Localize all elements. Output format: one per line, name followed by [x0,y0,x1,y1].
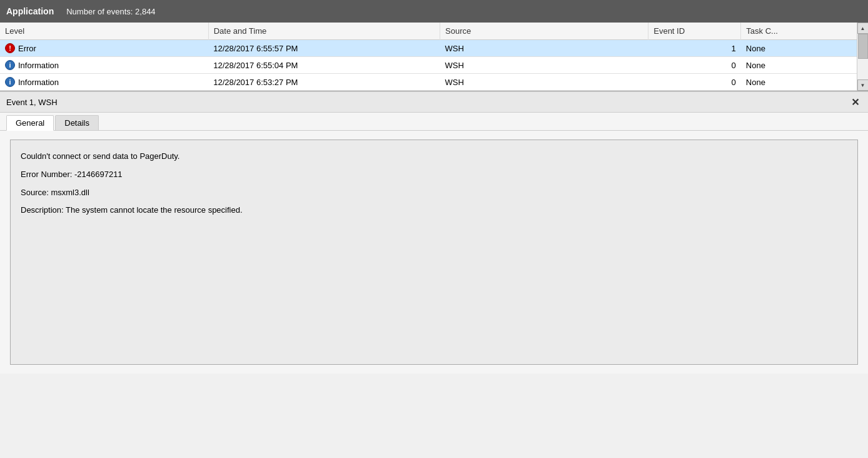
error-icon: ! [5,43,15,53]
col-header-source[interactable]: Source [440,23,648,40]
detail-line-3: Error Number: -2146697211 [21,168,847,181]
tab-details[interactable]: Details [55,115,99,130]
source-cell: WSH [440,57,648,74]
col-header-eventid[interactable]: Event ID [648,23,741,40]
event-table-section: Level Date and Time Source Event ID Task… [0,23,868,91]
header-bar: Application Number of events: 2,844 [0,0,868,23]
source-cell: WSH [440,74,648,91]
table-scrollbar[interactable]: ▲ ▼ [857,23,868,91]
detail-line-1: Couldn't connect or send data to PagerDu… [21,150,847,163]
scroll-thumb[interactable] [858,34,868,59]
detail-panel: Couldn't connect or send data to PagerDu… [0,131,868,374]
detail-line-5: Description: The system cannot locate th… [21,204,847,217]
col-header-taskc[interactable]: Task C... [741,23,857,40]
scroll-down-button[interactable]: ▼ [857,79,869,91]
app-title: Application [6,6,54,16]
table-row[interactable]: iInformation12/28/2017 6:53:27 PMWSH0Non… [0,74,857,91]
datetime-cell: 12/28/2017 6:55:57 PM [208,40,440,57]
tabs-bar: GeneralDetails [0,113,868,131]
event-count: Number of events: 2,844 [66,7,155,16]
level-label: Information [18,61,59,70]
info-icon: i [5,77,15,87]
table-header-row: Level Date and Time Source Event ID Task… [0,23,857,40]
detail-content-box: Couldn't connect or send data to PagerDu… [10,140,858,365]
scroll-up-button[interactable]: ▲ [857,23,869,34]
detail-line-4: Source: msxml3.dll [21,186,847,200]
task-cell: None [741,74,857,91]
source-cell: WSH [440,40,648,57]
task-cell: None [741,57,857,74]
datetime-cell: 12/28/2017 6:53:27 PM [208,74,440,91]
eventid-cell: 1 [648,40,741,57]
table-row[interactable]: iInformation12/28/2017 6:55:04 PMWSH0Non… [0,57,857,74]
eventid-cell: 0 [648,74,741,91]
panel-title: Event 1, WSH [6,98,58,107]
col-header-datetime[interactable]: Date and Time [208,23,440,40]
eventid-cell: 0 [648,57,741,74]
task-cell: None [741,40,857,57]
datetime-cell: 12/28/2017 6:55:04 PM [208,57,440,74]
info-icon: i [5,60,15,70]
close-panel-button[interactable]: ✕ [849,96,862,108]
tab-general[interactable]: General [6,115,54,131]
col-header-level[interactable]: Level [0,23,208,40]
level-label: Information [18,78,59,87]
table-row[interactable]: !Error12/28/2017 6:55:57 PMWSH1None [0,40,857,57]
event-table: Level Date and Time Source Event ID Task… [0,23,857,91]
level-label: Error [18,44,36,53]
detail-panel-header: Event 1, WSH ✕ [0,91,868,113]
